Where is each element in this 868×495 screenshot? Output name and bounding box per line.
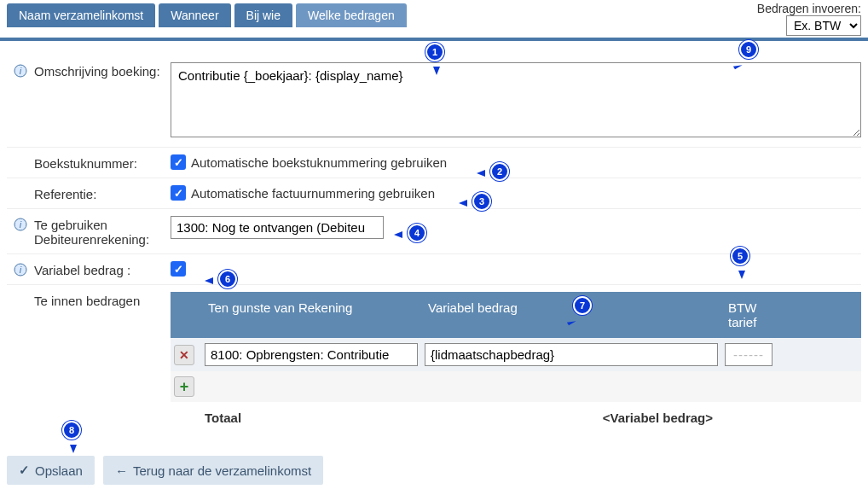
variabel-checkbox[interactable] <box>171 261 186 277</box>
info-icon: i <box>14 218 27 231</box>
button-bar: ✓ Opslaan ← Terug naar de verzamelinkoms… <box>0 440 868 495</box>
tab-wanneer[interactable]: Wanneer <box>159 3 230 27</box>
amount-entry-group: Bedragen invoeren: Ex. BTW <box>757 2 861 36</box>
amount-entry-label: Bedragen invoeren: <box>757 2 861 15</box>
annotation-8: 8 <box>62 421 81 440</box>
label-variabel: Variabel bedrag : <box>34 261 171 277</box>
totaal-label: Totaal <box>201 402 421 434</box>
label-bedragen: Te innen bedragen <box>34 292 171 434</box>
table-footer: Totaal <Variabel bedrag> <box>171 402 861 434</box>
save-button[interactable]: ✓ Opslaan <box>7 456 95 485</box>
col-variabel: Variabel bedrag <box>421 292 721 338</box>
row-boekstuknummer: Boekstuknummer: Automatische boekstuknum… <box>7 147 861 178</box>
amount-entry-select[interactable]: Ex. BTW <box>786 15 861 36</box>
delete-row-button[interactable]: ✕ <box>174 345 194 365</box>
tab-welke-bedragen[interactable]: Welke bedragen <box>296 3 407 27</box>
boekstuknummer-checkbox[interactable] <box>171 154 186 170</box>
tab-underline <box>0 38 868 41</box>
annotation-5: 5 <box>731 247 749 265</box>
col-rekening: Ten gunste van Rekening <box>201 292 421 338</box>
label-referentie: Referentie: <box>34 185 171 201</box>
bedragen-table: Ten gunste van Rekening Variabel bedrag … <box>171 292 861 434</box>
row-debiteurenrekening: i Te gebruiken Debiteurenrekening: <box>7 208 861 253</box>
annotation-3: 3 <box>472 192 491 211</box>
table-header: Ten gunste van Rekening Variabel bedrag … <box>171 292 861 338</box>
referentie-checkbox[interactable] <box>171 185 186 201</box>
annotation-6: 6 <box>218 270 237 288</box>
tab-bij-wie[interactable]: Bij wie <box>234 3 292 27</box>
label-omschrijving: Omschrijving boeking: <box>34 62 171 79</box>
back-button[interactable]: ← Terug naar de verzamelinkomst <box>103 456 323 485</box>
col-btw: BTW tarief <box>721 292 776 338</box>
annotation-1: 1 <box>425 43 444 61</box>
annotation-7: 7 <box>573 296 592 315</box>
info-icon: i <box>14 64 27 78</box>
boekstuknummer-cb-label: Automatische boekstuknummering gebruiken <box>191 155 447 170</box>
annotation-4: 4 <box>408 224 426 242</box>
table-row: ✕ <box>171 338 861 371</box>
table-add-row: + <box>171 371 861 402</box>
debiteurenrekening-input[interactable] <box>171 216 384 239</box>
btw-input[interactable] <box>725 343 773 366</box>
info-icon: i <box>14 263 27 277</box>
form-area: i Omschrijving boeking: Contributie {_bo… <box>0 41 868 440</box>
save-button-label: Opslaan <box>35 463 83 478</box>
tab-naam[interactable]: Naam verzamelinkomst <box>7 3 155 27</box>
label-debiteurenrekening: Te gebruiken Debiteurenrekening: <box>34 216 171 247</box>
top-bar: Naam verzamelinkomst Wanneer Bij wie Wel… <box>0 0 868 41</box>
back-button-label: Terug naar de verzamelinkomst <box>133 463 311 478</box>
row-bedragen: Te innen bedragen Ten gunste van Rekenin… <box>7 284 861 440</box>
annotation-9: 9 <box>739 40 758 59</box>
omschrijving-textarea[interactable]: Contributie {_boekjaar}: {display_name} <box>171 62 861 137</box>
tabs: Naam verzamelinkomst Wanneer Bij wie Wel… <box>0 0 407 27</box>
label-boekstuknummer: Boekstuknummer: <box>34 154 171 171</box>
rekening-input[interactable] <box>205 343 418 366</box>
add-row-button[interactable]: + <box>174 376 194 397</box>
referentie-cb-label: Automatische factuurnummering gebruiken <box>191 186 435 201</box>
totaal-value: <Variabel bedrag> <box>421 402 721 434</box>
variabel-input[interactable] <box>425 343 718 366</box>
check-icon: ✓ <box>19 463 30 478</box>
arrow-left-icon: ← <box>115 463 128 478</box>
row-referentie: Referentie: Automatische factuurnummerin… <box>7 178 861 208</box>
annotation-2: 2 <box>490 162 509 181</box>
